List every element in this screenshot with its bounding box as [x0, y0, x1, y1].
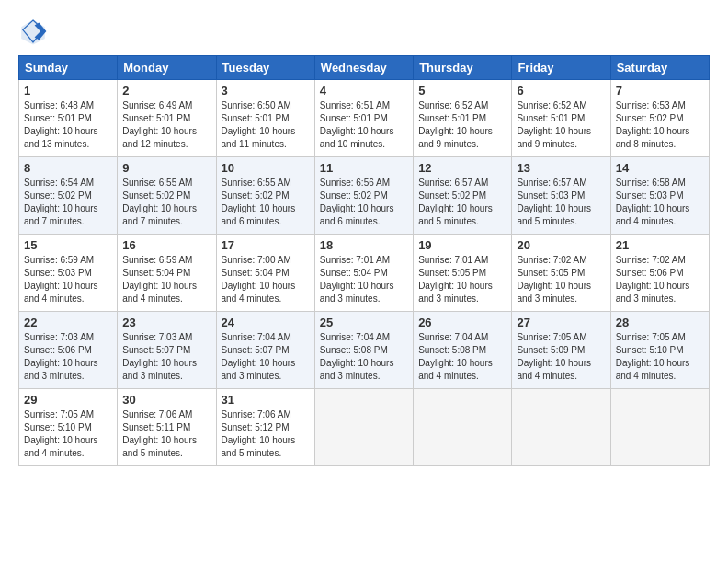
day-info: Sunrise: 7:04 AM Sunset: 5:08 PM Dayligh…: [418, 331, 506, 383]
calendar-day-cell: 17Sunrise: 7:00 AM Sunset: 5:04 PM Dayli…: [216, 235, 314, 312]
day-number: 16: [122, 238, 210, 252]
calendar-day-cell: 15Sunrise: 6:59 AM Sunset: 5:03 PM Dayli…: [19, 235, 118, 312]
day-number: 9: [122, 161, 210, 175]
calendar-day-cell: 19Sunrise: 7:01 AM Sunset: 5:05 PM Dayli…: [414, 235, 512, 312]
day-number: 1: [24, 84, 112, 98]
day-info: Sunrise: 6:54 AM Sunset: 5:02 PM Dayligh…: [24, 177, 112, 228]
page-header: [18, 17, 710, 46]
calendar-day-cell: 24Sunrise: 7:04 AM Sunset: 5:07 PM Dayli…: [216, 312, 314, 389]
day-number: 26: [418, 316, 506, 329]
day-number: 29: [24, 393, 112, 407]
day-number: 3: [222, 84, 310, 98]
weekday-header-sunday: Sunday: [19, 56, 118, 80]
day-number: 31: [222, 393, 310, 407]
day-number: 4: [320, 84, 408, 98]
calendar-week-row: 22Sunrise: 7:03 AM Sunset: 5:06 PM Dayli…: [19, 312, 710, 389]
day-number: 19: [418, 238, 506, 252]
calendar-day-cell: 8Sunrise: 6:54 AM Sunset: 5:02 PM Daylig…: [19, 157, 118, 235]
day-info: Sunrise: 7:05 AM Sunset: 5:09 PM Dayligh…: [517, 331, 605, 383]
day-info: Sunrise: 6:55 AM Sunset: 5:02 PM Dayligh…: [222, 177, 310, 228]
calendar-day-cell: 27Sunrise: 7:05 AM Sunset: 5:09 PM Dayli…: [512, 312, 610, 389]
logo: [18, 17, 51, 46]
calendar-day-cell: 5Sunrise: 6:52 AM Sunset: 5:01 PM Daylig…: [414, 80, 512, 157]
calendar-day-cell: 30Sunrise: 7:06 AM Sunset: 5:11 PM Dayli…: [118, 389, 216, 466]
calendar-week-row: 8Sunrise: 6:54 AM Sunset: 5:02 PM Daylig…: [19, 157, 710, 235]
day-number: 5: [418, 84, 506, 98]
weekday-header-wednesday: Wednesday: [314, 56, 413, 80]
day-number: 22: [24, 316, 112, 329]
calendar-week-row: 15Sunrise: 6:59 AM Sunset: 5:03 PM Dayli…: [19, 235, 710, 312]
calendar-week-row: 1Sunrise: 6:48 AM Sunset: 5:01 PM Daylig…: [19, 80, 710, 157]
day-info: Sunrise: 7:04 AM Sunset: 5:07 PM Dayligh…: [222, 331, 310, 383]
day-number: 17: [222, 238, 310, 252]
day-info: Sunrise: 7:01 AM Sunset: 5:05 PM Dayligh…: [418, 254, 506, 305]
logo-icon: [18, 17, 48, 46]
calendar-day-cell: 25Sunrise: 7:04 AM Sunset: 5:08 PM Dayli…: [314, 312, 413, 389]
calendar-day-cell: 16Sunrise: 6:59 AM Sunset: 5:04 PM Dayli…: [118, 235, 216, 312]
calendar-day-cell: 28Sunrise: 7:05 AM Sunset: 5:10 PM Dayli…: [610, 312, 709, 389]
calendar-week-row: 29Sunrise: 7:05 AM Sunset: 5:10 PM Dayli…: [19, 389, 710, 466]
calendar-day-cell: [314, 389, 413, 466]
day-info: Sunrise: 6:59 AM Sunset: 5:04 PM Dayligh…: [122, 254, 210, 305]
day-number: 15: [24, 238, 112, 252]
day-info: Sunrise: 6:52 AM Sunset: 5:01 PM Dayligh…: [418, 99, 506, 151]
calendar-day-cell: 13Sunrise: 6:57 AM Sunset: 5:03 PM Dayli…: [512, 157, 610, 235]
day-info: Sunrise: 7:03 AM Sunset: 5:07 PM Dayligh…: [122, 331, 210, 383]
calendar-day-cell: 9Sunrise: 6:55 AM Sunset: 5:02 PM Daylig…: [118, 157, 216, 235]
day-info: Sunrise: 7:06 AM Sunset: 5:12 PM Dayligh…: [222, 408, 310, 460]
day-info: Sunrise: 7:06 AM Sunset: 5:11 PM Dayligh…: [122, 408, 210, 460]
calendar-day-cell: 3Sunrise: 6:50 AM Sunset: 5:01 PM Daylig…: [216, 80, 314, 157]
day-info: Sunrise: 6:58 AM Sunset: 5:03 PM Dayligh…: [616, 177, 704, 228]
day-info: Sunrise: 6:50 AM Sunset: 5:01 PM Dayligh…: [222, 99, 310, 151]
day-number: 28: [616, 316, 704, 329]
day-info: Sunrise: 6:48 AM Sunset: 5:01 PM Dayligh…: [24, 99, 112, 151]
day-info: Sunrise: 6:49 AM Sunset: 5:01 PM Dayligh…: [122, 99, 210, 151]
day-number: 30: [122, 393, 210, 407]
day-info: Sunrise: 7:05 AM Sunset: 5:10 PM Dayligh…: [24, 408, 112, 460]
day-number: 24: [222, 316, 310, 329]
calendar-day-cell: 18Sunrise: 7:01 AM Sunset: 5:04 PM Dayli…: [314, 235, 413, 312]
day-info: Sunrise: 7:05 AM Sunset: 5:10 PM Dayligh…: [616, 331, 704, 383]
day-info: Sunrise: 6:51 AM Sunset: 5:01 PM Dayligh…: [320, 99, 408, 151]
day-info: Sunrise: 7:02 AM Sunset: 5:05 PM Dayligh…: [517, 254, 605, 305]
day-info: Sunrise: 6:57 AM Sunset: 5:02 PM Dayligh…: [418, 177, 506, 228]
calendar-day-cell: 31Sunrise: 7:06 AM Sunset: 5:12 PM Dayli…: [216, 389, 314, 466]
calendar-day-cell: 4Sunrise: 6:51 AM Sunset: 5:01 PM Daylig…: [314, 80, 413, 157]
calendar-day-cell: 12Sunrise: 6:57 AM Sunset: 5:02 PM Dayli…: [414, 157, 512, 235]
day-number: 21: [616, 238, 704, 252]
weekday-header-saturday: Saturday: [610, 56, 709, 80]
day-number: 7: [616, 84, 704, 98]
day-number: 20: [517, 238, 605, 252]
calendar-day-cell: 6Sunrise: 6:52 AM Sunset: 5:01 PM Daylig…: [512, 80, 610, 157]
day-info: Sunrise: 7:02 AM Sunset: 5:06 PM Dayligh…: [616, 254, 704, 305]
day-info: Sunrise: 7:03 AM Sunset: 5:06 PM Dayligh…: [24, 331, 112, 383]
day-number: 10: [222, 161, 310, 175]
day-info: Sunrise: 6:57 AM Sunset: 5:03 PM Dayligh…: [517, 177, 605, 228]
calendar-day-cell: [512, 389, 610, 466]
calendar-day-cell: 2Sunrise: 6:49 AM Sunset: 5:01 PM Daylig…: [118, 80, 216, 157]
calendar-table: SundayMondayTuesdayWednesdayThursdayFrid…: [18, 55, 710, 466]
day-number: 6: [517, 84, 605, 98]
weekday-header-thursday: Thursday: [414, 56, 512, 80]
day-info: Sunrise: 7:01 AM Sunset: 5:04 PM Dayligh…: [320, 254, 408, 305]
day-number: 25: [320, 316, 408, 329]
day-number: 11: [320, 161, 408, 175]
day-number: 8: [24, 161, 112, 175]
calendar-day-cell: 23Sunrise: 7:03 AM Sunset: 5:07 PM Dayli…: [118, 312, 216, 389]
day-info: Sunrise: 6:55 AM Sunset: 5:02 PM Dayligh…: [122, 177, 210, 228]
calendar-day-cell: 11Sunrise: 6:56 AM Sunset: 5:02 PM Dayli…: [314, 157, 413, 235]
calendar-day-cell: 10Sunrise: 6:55 AM Sunset: 5:02 PM Dayli…: [216, 157, 314, 235]
day-number: 12: [418, 161, 506, 175]
calendar-day-cell: [610, 389, 709, 466]
weekday-header-monday: Monday: [118, 56, 216, 80]
day-info: Sunrise: 7:04 AM Sunset: 5:08 PM Dayligh…: [320, 331, 408, 383]
day-info: Sunrise: 7:00 AM Sunset: 5:04 PM Dayligh…: [222, 254, 310, 305]
day-info: Sunrise: 6:53 AM Sunset: 5:02 PM Dayligh…: [616, 99, 704, 151]
day-number: 2: [122, 84, 210, 98]
day-info: Sunrise: 6:52 AM Sunset: 5:01 PM Dayligh…: [517, 99, 605, 151]
calendar-day-cell: 1Sunrise: 6:48 AM Sunset: 5:01 PM Daylig…: [19, 80, 118, 157]
calendar-day-cell: 7Sunrise: 6:53 AM Sunset: 5:02 PM Daylig…: [610, 80, 709, 157]
weekday-header-tuesday: Tuesday: [216, 56, 314, 80]
weekday-header-friday: Friday: [512, 56, 610, 80]
day-number: 23: [122, 316, 210, 329]
